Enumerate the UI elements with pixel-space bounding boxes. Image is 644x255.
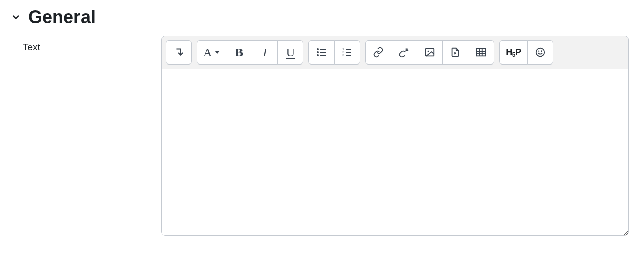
svg-text:3: 3 — [342, 53, 344, 57]
bulleted-list-icon — [315, 46, 328, 58]
bulleted-list-button[interactable] — [308, 40, 335, 65]
italic-button[interactable]: I — [252, 40, 278, 65]
svg-rect-11 — [346, 55, 351, 56]
svg-rect-5 — [320, 55, 326, 56]
svg-point-2 — [317, 51, 319, 53]
svg-point-0 — [317, 48, 319, 50]
svg-rect-3 — [320, 52, 326, 53]
toolbar-group-insert — [365, 40, 494, 65]
link-icon — [373, 47, 384, 58]
svg-marker-17 — [455, 52, 457, 55]
paragraph-letter: A — [203, 46, 212, 58]
media-icon — [450, 47, 461, 58]
toolbar-group-style: A B I U — [197, 40, 303, 65]
h5p-p: P — [515, 47, 521, 57]
caret-down-icon — [215, 51, 220, 54]
rich-text-editor: A B I U — [161, 36, 629, 236]
bold-icon: B — [235, 46, 243, 59]
link-button[interactable] — [365, 40, 391, 65]
image-icon — [424, 47, 435, 58]
unlink-icon — [398, 47, 410, 58]
numbered-list-button[interactable]: 1 2 3 — [334, 40, 360, 65]
toolbar-group-lists: 1 2 3 — [308, 40, 360, 65]
form-row-text: Text A B — [10, 36, 644, 236]
svg-point-4 — [317, 54, 319, 56]
toolbar-group-expand — [166, 40, 192, 65]
h5p-h: H — [506, 47, 512, 57]
svg-point-16 — [428, 51, 429, 52]
editor-textarea[interactable] — [162, 69, 628, 235]
svg-rect-7 — [346, 49, 351, 50]
svg-rect-9 — [346, 52, 351, 53]
table-icon — [475, 47, 487, 58]
italic-icon: I — [263, 46, 267, 59]
svg-point-23 — [536, 48, 544, 57]
collapse-icon[interactable] — [10, 12, 21, 23]
bold-button[interactable]: B — [226, 40, 252, 65]
emoji-icon — [535, 47, 546, 58]
h5p-button[interactable]: H5P — [499, 40, 527, 65]
toolbar-group-extra: H5P — [499, 40, 553, 65]
emoji-button[interactable] — [527, 40, 553, 65]
media-button[interactable] — [442, 40, 468, 65]
unlink-button[interactable] — [391, 40, 417, 65]
paragraph-style-button[interactable]: A — [197, 40, 226, 65]
underline-icon: U — [286, 46, 295, 59]
svg-rect-18 — [477, 49, 486, 56]
underline-button[interactable]: U — [277, 40, 303, 65]
numbered-list-icon: 1 2 3 — [341, 46, 353, 58]
h5p-icon: H5P — [506, 47, 521, 58]
table-button[interactable] — [468, 40, 494, 65]
toggle-toolbar-button[interactable] — [166, 40, 192, 65]
image-button[interactable] — [417, 40, 443, 65]
h5p-5: 5 — [512, 51, 515, 58]
editor-toolbar: A B I U — [162, 36, 628, 69]
section-title: General — [28, 6, 96, 28]
svg-rect-1 — [320, 49, 326, 50]
section-header: General — [10, 6, 644, 28]
text-label: Text — [10, 36, 156, 53]
toggle-toolbar-icon — [173, 47, 184, 58]
